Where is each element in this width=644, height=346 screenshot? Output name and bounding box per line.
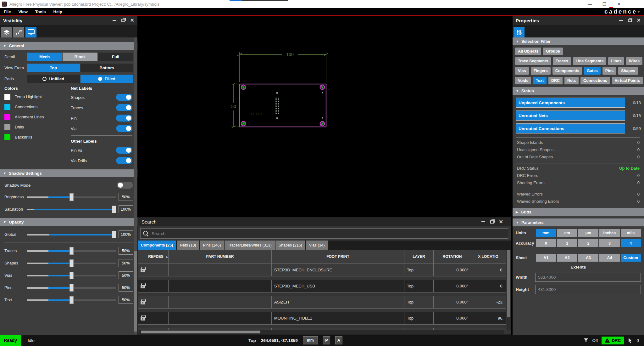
- unplaced-components-button[interactable]: Unplaced Components: [516, 98, 625, 108]
- connections-swatch[interactable]: [4, 104, 10, 110]
- shapes-opacity-slider[interactable]: [27, 259, 116, 267]
- filter-state[interactable]: Off: [592, 338, 598, 343]
- selection-filter-header[interactable]: ▼ Selection Filter: [513, 37, 644, 45]
- height-field[interactable]: 431.8000: [535, 285, 641, 294]
- pins-opacity-slider[interactable]: [27, 284, 116, 292]
- scrollbar-thumb[interactable]: [507, 250, 510, 317]
- panel-minimize-icon[interactable]: [481, 221, 485, 222]
- panel-close-icon[interactable]: ✕: [499, 219, 503, 224]
- accuracy-3-button[interactable]: 3: [599, 239, 619, 247]
- display-icon[interactable]: [25, 27, 36, 37]
- filter-text[interactable]: Text: [533, 77, 547, 84]
- view-from-bottom-button[interactable]: Bottom: [80, 64, 133, 72]
- filter-gates[interactable]: Gates: [584, 67, 601, 75]
- filter-shapes[interactable]: Shapes: [618, 67, 638, 75]
- filter-pins[interactable]: Pins: [602, 67, 616, 75]
- vias-opacity-value[interactable]: 50%: [119, 271, 133, 279]
- panel-minimize-icon[interactable]: [619, 20, 623, 21]
- filter-drc[interactable]: DRC: [548, 77, 563, 84]
- slider-handle[interactable]: [112, 231, 116, 238]
- menu-help[interactable]: Help: [53, 9, 62, 14]
- status-section-header[interactable]: ▼ Status: [513, 87, 644, 95]
- table-row[interactable]: MOUNTING_HOLE1 Top 0.000° 96.: [138, 312, 506, 325]
- table-horizontal-scrollbar[interactable]: [139, 330, 504, 334]
- pin-toggle[interactable]: [116, 115, 132, 122]
- tab-traces-lines-wires[interactable]: Traces/Lines/Wires (313): [225, 241, 275, 250]
- window-minimize-icon[interactable]: —: [583, 2, 597, 7]
- footprint-column-header[interactable]: FOOT PRINT: [272, 250, 404, 264]
- traces-toggle[interactable]: [116, 104, 132, 111]
- units-inches-button[interactable]: inches: [599, 229, 619, 237]
- lock-column-header[interactable]: [138, 250, 148, 264]
- pads-unfilled-button[interactable]: Unfilled: [27, 75, 80, 83]
- traces-opacity-value[interactable]: 50%: [119, 247, 133, 255]
- units-cm-button[interactable]: cm: [557, 229, 577, 237]
- backdrills-swatch[interactable]: [4, 134, 10, 140]
- tab-components[interactable]: Components (25): [138, 241, 176, 250]
- alignment-lines-swatch[interactable]: [4, 114, 10, 120]
- filter-icon[interactable]: [584, 338, 588, 343]
- drills-swatch[interactable]: [4, 124, 10, 130]
- rotation-column-header[interactable]: ROTATION: [434, 250, 471, 264]
- unrouted-nets-button[interactable]: Unrouted Nets: [516, 111, 625, 121]
- filter-traces[interactable]: Traces: [553, 57, 571, 65]
- filter-fingers[interactable]: Fingers: [531, 67, 551, 75]
- part-number-column-header[interactable]: PART NUMBER: [169, 250, 272, 264]
- saturation-slider[interactable]: [27, 206, 116, 213]
- units-mils-button[interactable]: mils: [621, 229, 641, 237]
- text-opacity-value[interactable]: 50%: [119, 296, 133, 304]
- drc-badge[interactable]: DRC: [602, 337, 624, 344]
- pin-numbers-toggle[interactable]: [116, 147, 132, 154]
- via-toggle[interactable]: [116, 125, 132, 132]
- units-mm-button[interactable]: mm: [536, 229, 556, 237]
- panel-minimize-icon[interactable]: [113, 20, 116, 21]
- panel-float-icon[interactable]: [628, 19, 632, 22]
- table-vertical-scrollbar[interactable]: [507, 250, 511, 330]
- properties-sliders-icon[interactable]: [514, 27, 525, 37]
- tab-pins[interactable]: Pins (146): [200, 241, 224, 250]
- tab-vias[interactable]: Vias (34): [306, 241, 328, 250]
- accuracy-0-button[interactable]: 0: [536, 239, 556, 247]
- filter-line-segments[interactable]: Line Segments: [573, 57, 607, 65]
- filter-trace-segments[interactable]: Trace Segments: [515, 57, 551, 65]
- refdes-column-header[interactable]: REFDES▲: [148, 250, 169, 264]
- menu-tools[interactable]: Tools: [35, 9, 46, 14]
- filter-all-objects[interactable]: All Objects: [515, 48, 541, 55]
- scrollbar-thumb[interactable]: [141, 331, 260, 333]
- text-opacity-slider[interactable]: [27, 296, 116, 304]
- table-row[interactable]: MOUNTING_HOLE1 Top 0.000° 4.: [138, 328, 506, 330]
- accuracy-2-button[interactable]: 2: [578, 239, 598, 247]
- slider-handle[interactable]: [112, 206, 116, 213]
- via-drills-toggle[interactable]: [116, 157, 132, 164]
- view-from-top-button[interactable]: Top: [27, 64, 80, 72]
- units-um-button[interactable]: µm: [578, 229, 598, 237]
- search-input[interactable]: Search: [140, 228, 508, 239]
- filter-components[interactable]: Components: [552, 67, 582, 75]
- panel-close-icon[interactable]: ✕: [130, 18, 134, 23]
- width-field[interactable]: 533.4000: [535, 273, 641, 282]
- active-layer[interactable]: Top: [248, 338, 256, 343]
- traces-opacity-slider[interactable]: [27, 247, 116, 255]
- sheet-a3-button[interactable]: A3: [578, 254, 598, 262]
- layers-icon[interactable]: [1, 27, 12, 37]
- panel-close-icon[interactable]: ✕: [637, 18, 641, 23]
- detail-full-button[interactable]: Full: [98, 53, 133, 61]
- grids-section-header[interactable]: ▶ Grids: [513, 208, 644, 216]
- filter-lines[interactable]: Lines: [608, 57, 624, 65]
- filter-voids[interactable]: Voids: [515, 77, 531, 84]
- shadow-mode-toggle[interactable]: [117, 182, 133, 189]
- general-section-header[interactable]: ▼ General: [0, 42, 137, 50]
- global-opacity-slider[interactable]: [27, 231, 116, 238]
- p-button[interactable]: P: [323, 336, 330, 344]
- layer-column-header[interactable]: LAYER: [404, 250, 434, 264]
- vias-opacity-slider[interactable]: [27, 272, 116, 279]
- sheet-a2-button[interactable]: A2: [557, 254, 577, 262]
- table-row[interactable]: STEP3D_MECH_USB Top 0.000° 0.: [138, 280, 506, 292]
- temp-highlight-swatch[interactable]: [4, 94, 10, 100]
- slider-handle[interactable]: [69, 284, 74, 292]
- parameters-section-header[interactable]: ▼ Parameters: [513, 218, 644, 226]
- table-row[interactable]: STEP3D_MECH_ENCLOSURE Top 0.000° 0.: [138, 264, 506, 276]
- units-toggle-button[interactable]: mm: [303, 336, 318, 344]
- brightness-value[interactable]: 50%: [119, 193, 133, 201]
- opacity-header[interactable]: ▼ Opacity: [0, 218, 137, 226]
